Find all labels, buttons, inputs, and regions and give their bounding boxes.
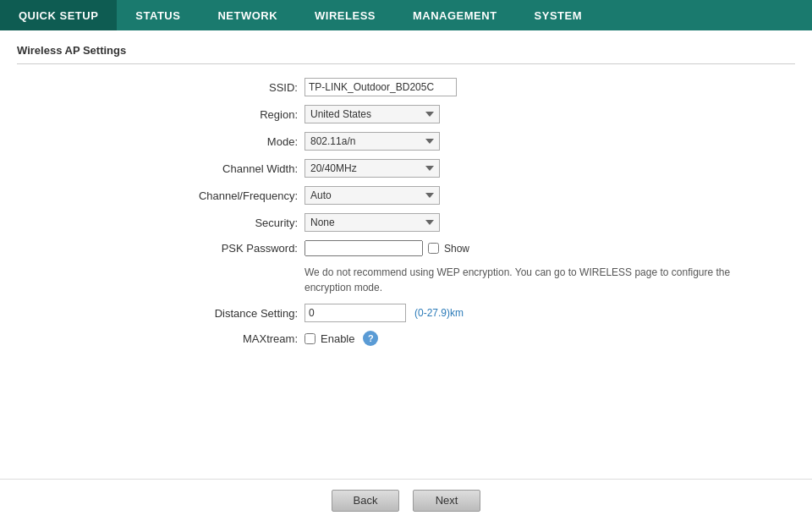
security-select[interactable]: None WPA-PSK/WPA2-PSK WEP (304, 213, 440, 232)
maxtream-label: MAXtream: (17, 332, 304, 345)
ssid-input[interactable] (304, 78, 457, 96)
maxtream-checkbox[interactable] (304, 333, 315, 344)
security-row: Security: None WPA-PSK/WPA2-PSK WEP (17, 213, 795, 232)
channel-freq-select[interactable]: Auto 1 6 11 (304, 186, 440, 205)
nav-item-quick-setup[interactable]: QUICK SETUP (0, 0, 117, 30)
channel-freq-control: Auto 1 6 11 (304, 186, 440, 205)
ssid-control (304, 78, 457, 96)
channel-width-label: Channel Width: (17, 162, 304, 175)
maxtream-control: Enable ? (304, 331, 378, 346)
channel-width-select[interactable]: 20/40MHz 20MHz 40MHz (304, 159, 440, 178)
mode-control: 802.11a/n 802.11a 802.11n (304, 132, 440, 151)
distance-range-hint: (0-27.9)km (414, 307, 464, 319)
distance-row: Distance Setting: (0-27.9)km (17, 304, 795, 322)
ssid-row: SSID: (17, 78, 795, 96)
distance-control: (0-27.9)km (304, 304, 464, 322)
security-label: Security: (17, 217, 304, 229)
distance-input[interactable] (304, 304, 406, 322)
security-control: None WPA-PSK/WPA2-PSK WEP (304, 213, 440, 232)
top-nav: QUICK SETUP STATUS NETWORK WIRELESS MANA… (0, 0, 812, 30)
channel-freq-label: Channel/Frequency: (17, 189, 304, 202)
region-label: Region: (17, 108, 304, 121)
psk-password-label: PSK Password: (17, 242, 304, 255)
channel-width-control: 20/40MHz 20MHz 40MHz (304, 159, 440, 178)
section-title: Wireless AP Settings (17, 44, 795, 64)
mode-label: Mode: (17, 135, 304, 148)
show-password-label: Show (444, 243, 469, 255)
region-control: United States Canada Europe Australia (304, 105, 440, 123)
ssid-label: SSID: (17, 81, 304, 94)
region-row: Region: United States Canada Europe Aust… (17, 105, 795, 123)
nav-item-network[interactable]: NETWORK (199, 0, 296, 30)
nav-item-wireless[interactable]: WIRELESS (296, 0, 394, 30)
maxtream-row: MAXtream: Enable ? (17, 331, 795, 346)
help-icon[interactable]: ? (363, 331, 378, 346)
mode-select[interactable]: 802.11a/n 802.11a 802.11n (304, 132, 440, 151)
button-bar: Back Next (0, 479, 812, 521)
psk-password-control: Show (304, 240, 469, 256)
region-select[interactable]: United States Canada Europe Australia (304, 105, 440, 123)
nav-item-management[interactable]: MANAGEMENT (394, 0, 516, 30)
nav-item-system[interactable]: SYSTEM (516, 0, 601, 30)
channel-freq-row: Channel/Frequency: Auto 1 6 11 (17, 186, 795, 205)
nav-item-status[interactable]: STATUS (117, 0, 199, 30)
show-password-checkbox[interactable] (428, 243, 439, 254)
mode-row: Mode: 802.11a/n 802.11a 802.11n (17, 132, 795, 151)
main-content: Wireless AP Settings SSID: Region: Unite… (0, 30, 812, 368)
enable-label: Enable (321, 332, 354, 345)
channel-width-row: Channel Width: 20/40MHz 20MHz 40MHz (17, 159, 795, 178)
back-button[interactable]: Back (332, 490, 399, 512)
next-button[interactable]: Next (413, 490, 480, 512)
info-text: We do not recommend using WEP encryption… (304, 265, 761, 295)
psk-password-row: PSK Password: Show (17, 240, 795, 256)
distance-label: Distance Setting: (17, 307, 304, 320)
psk-password-input[interactable] (304, 240, 423, 256)
